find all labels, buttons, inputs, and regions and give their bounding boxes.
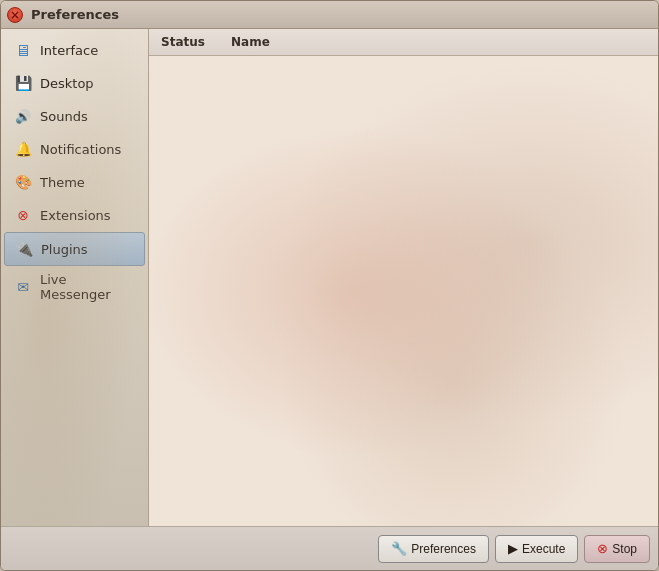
- live-messenger-icon: ✉: [12, 276, 34, 298]
- main-window: Preferences 🖥 Interface 💾 Desktop 🔊 Soun…: [0, 0, 659, 571]
- sidebar-item-extensions[interactable]: ⊗ Extensions: [4, 199, 145, 231]
- sidebar-label-extensions: Extensions: [40, 208, 111, 223]
- sidebar: 🖥 Interface 💾 Desktop 🔊 Sounds 🔔 Notific…: [1, 29, 149, 526]
- preferences-icon: 🔧: [391, 541, 407, 556]
- stop-label: Stop: [612, 542, 637, 556]
- execute-label: Execute: [522, 542, 565, 556]
- stop-button[interactable]: ⊗ Stop: [584, 535, 650, 563]
- preferences-button[interactable]: 🔧 Preferences: [378, 535, 489, 563]
- close-button[interactable]: [7, 7, 23, 23]
- desktop-icon: 💾: [12, 72, 34, 94]
- sidebar-item-plugins[interactable]: 🔌 Plugins: [4, 232, 145, 266]
- execute-icon: ▶: [508, 541, 518, 556]
- table-header: Status Name: [149, 29, 658, 56]
- interface-icon: 🖥: [12, 39, 34, 61]
- sidebar-item-interface[interactable]: 🖥 Interface: [4, 34, 145, 66]
- execute-button[interactable]: ▶ Execute: [495, 535, 578, 563]
- sidebar-label-sounds: Sounds: [40, 109, 88, 124]
- column-status: Status: [157, 33, 227, 51]
- window-title: Preferences: [31, 7, 119, 22]
- preferences-label: Preferences: [411, 542, 476, 556]
- sidebar-label-notifications: Notifications: [40, 142, 121, 157]
- sidebar-label-live-messenger: Live Messenger: [40, 272, 137, 302]
- content-area: 🖥 Interface 💾 Desktop 🔊 Sounds 🔔 Notific…: [1, 29, 658, 526]
- bottom-bar: 🔧 Preferences ▶ Execute ⊗ Stop: [1, 526, 658, 570]
- main-panel: Status Name: [149, 29, 658, 526]
- extensions-icon: ⊗: [12, 204, 34, 226]
- notifications-icon: 🔔: [12, 138, 34, 160]
- theme-icon: 🎨: [12, 171, 34, 193]
- stop-icon: ⊗: [597, 541, 608, 556]
- sidebar-item-live-messenger[interactable]: ✉ Live Messenger: [4, 267, 145, 307]
- plugins-icon: 🔌: [13, 238, 35, 260]
- sidebar-item-sounds[interactable]: 🔊 Sounds: [4, 100, 145, 132]
- sounds-icon: 🔊: [12, 105, 34, 127]
- titlebar: Preferences: [1, 1, 658, 29]
- sidebar-label-plugins: Plugins: [41, 242, 88, 257]
- sidebar-item-desktop[interactable]: 💾 Desktop: [4, 67, 145, 99]
- sidebar-label-desktop: Desktop: [40, 76, 94, 91]
- column-name: Name: [227, 33, 274, 51]
- sidebar-item-theme[interactable]: 🎨 Theme: [4, 166, 145, 198]
- table-content[interactable]: [149, 56, 658, 526]
- sidebar-label-theme: Theme: [40, 175, 85, 190]
- sidebar-item-notifications[interactable]: 🔔 Notifications: [4, 133, 145, 165]
- sidebar-label-interface: Interface: [40, 43, 98, 58]
